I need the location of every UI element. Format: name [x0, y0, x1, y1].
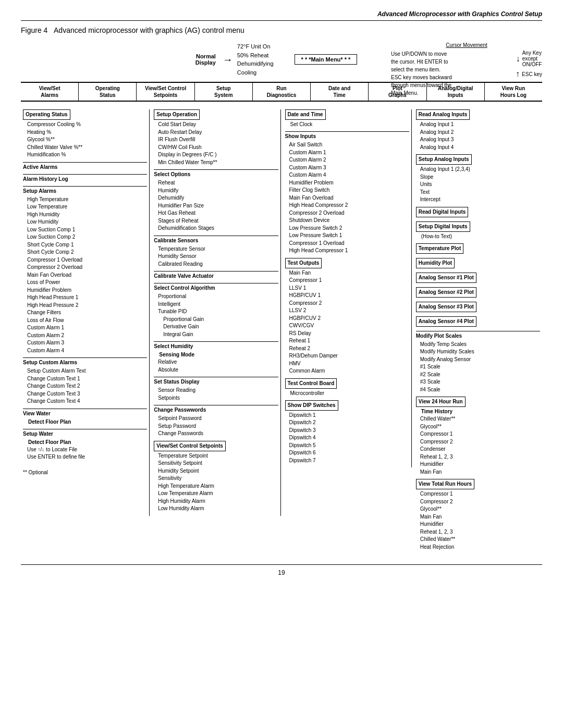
cursor-movement-box: Cursor Movement Use UP/DOWN to move the …	[391, 42, 542, 97]
change-passwords-items: Setpoint Password Setup Password Change …	[154, 415, 278, 438]
up-arrow-icon: ↓	[516, 54, 520, 64]
menu-item-status[interactable]: OperatingStatus	[79, 83, 137, 101]
analog2-plot-section: Analog Sensor #2 Plot	[416, 287, 540, 299]
analog4-plot-section: Analog Sensor #4 Plot	[416, 316, 540, 328]
sensing-mode-label: Sensing Mode	[154, 351, 278, 359]
figure-title: Figure 4 Advanced microprocessor with gr…	[21, 26, 542, 34]
display-label: Display	[195, 59, 216, 66]
setup-operation-header: Setup Operation	[154, 109, 200, 120]
date-time-header: Date and Time	[285, 109, 326, 120]
menu-item-datetime[interactable]: Date andTime	[311, 83, 369, 101]
select-humidity-header: Select Humidity	[154, 341, 278, 350]
operating-status-header: Operating Status	[23, 109, 70, 120]
test-outputs-items: Main Fan Compressor 1 LLSV 1 HGBP/CUV 1 …	[285, 269, 409, 375]
calibrate-valve-section: Calibrate Valve Actuator	[154, 271, 278, 280]
time-history-label: Time History	[416, 408, 540, 415]
setup-analog-header: Setup Analog Inputs	[416, 154, 472, 165]
set-status-header: Set Status Display	[154, 377, 278, 386]
col-setup: Setup Operation Cold Start Delay Auto Re…	[149, 109, 280, 516]
any-key-label: Any Key except ON/OFF	[522, 50, 542, 67]
select-control-header: Select Control Algorithm	[154, 283, 278, 292]
change-passwords-section: Change Passwwords Setpoint Password Setu…	[154, 405, 278, 438]
setup-water-header: Setup Water	[23, 429, 147, 438]
analog4-plot-header: Analog Sensor #4 Plot	[416, 316, 476, 327]
show-dip-switches-items: Dipswitch 1 Dipswitch 2 Dipswitch 3 Dips…	[285, 412, 409, 465]
show-dip-switches-header: Show DIP Switches	[285, 400, 338, 411]
setup-custom-alarms-items: Setup Custom Alarm Text Change Custom Te…	[23, 367, 147, 405]
view-total-run-header: View Total Run Hours	[416, 479, 474, 489]
select-control-section: Select Control Algorithm Proportional In…	[154, 283, 278, 338]
cursor-instructions: Use UP/DOWN to move the cursor. Hit ENTE…	[391, 50, 511, 97]
calibrate-sensors-section: Calibrate Sensors Temperature Sensor Hum…	[154, 236, 278, 268]
display-line-3: Dehumidifying	[237, 59, 274, 68]
setup-custom-alarms-header: Setup Custom Alarms	[23, 357, 147, 366]
test-control-board-section: Test Control Board Microcontroller	[285, 378, 409, 397]
menu-item-setpoints[interactable]: View/Set ControlSetpoints	[137, 83, 194, 101]
cursor-title: Cursor Movement	[391, 42, 542, 48]
display-line-1: 72°F Unit On	[237, 42, 274, 51]
read-analog-header: Read Analog Inputs	[416, 109, 470, 120]
menu-item-alarms[interactable]: View/SetAlarms	[21, 83, 79, 101]
humidity-plot-header: Humidity Plot	[416, 258, 455, 268]
select-options-header: Select Options	[154, 169, 278, 178]
set-status-items: Sensor Reading Setpoints	[154, 387, 278, 402]
col-diagnostics: Date and Time Set Clock Show Inputs Air …	[281, 109, 412, 467]
select-control-items: Proportional Intelligent Tunable PID Pro…	[154, 293, 278, 338]
show-inputs-section: Show Inputs Air Sail Switch Custom Alarm…	[285, 131, 409, 255]
view-set-setpoints-header: View/Set Control Setpoints	[154, 441, 226, 451]
test-outputs-header: Test Outputs	[285, 258, 322, 268]
humidity-plot-section: Humidity Plot	[416, 258, 540, 269]
view-24hr-items: Chilled Water** Glycool** Compressor 1 C…	[416, 415, 540, 476]
col-alarms: Operating Status Compressor Cooling % He…	[21, 109, 149, 476]
display-line-2: 50% Reheat	[237, 51, 274, 60]
select-options-section: Select Options Reheat Humidify Dehumidif…	[154, 169, 278, 232]
how-to-text-label: (How-to Text)	[416, 233, 540, 240]
setup-digital-header: Setup Digital Inputs	[416, 221, 470, 232]
select-humidity-section: Select Humidity Sensing Mode Relative Ab…	[154, 341, 278, 374]
menu-item-setup[interactable]: SetupSystem	[195, 83, 253, 101]
operating-status-section: Operating Status Compressor Cooling % He…	[23, 109, 147, 159]
modify-plot-scales-items: Modify Temp Scales Modify Humidity Scale…	[416, 341, 540, 394]
alarm-history-header: Alarm History Log	[23, 174, 147, 183]
setup-water-items: Use ↑/↓ to Locate File Use ENTER to defi…	[23, 446, 147, 461]
top-display-area: Normal Display → 72°F Unit On 50% Reheat…	[21, 42, 542, 77]
set-clock-label: Set Clock	[285, 121, 409, 128]
analog2-plot-header: Analog Sensor #2 Plot	[416, 287, 476, 298]
view-total-run-items: Compressor 1 Compressor 2 Glycool** Main…	[416, 490, 540, 551]
setup-alarms-header: Setup Alarms	[23, 186, 147, 195]
show-inputs-header: Show Inputs	[285, 131, 409, 140]
main-menu-box: * * *Main Menu* * *	[295, 54, 358, 65]
modify-plot-scales-section: Modify Plot Scales Modify Temp Scales Mo…	[416, 331, 540, 394]
setup-water-section: Setup Water Detect Floor Plan Use ↑/↓ to…	[23, 429, 147, 461]
modify-plot-scales-header: Modify Plot Scales	[416, 331, 540, 340]
normal-display-wrapper: Normal Display → 72°F Unit On 50% Reheat…	[195, 42, 274, 77]
view-total-run-section: View Total Run Hours Compressor 1 Compre…	[416, 479, 540, 551]
menu-item-diagnostics[interactable]: RunDiagnostics	[253, 83, 311, 101]
setup-operation-items: Cold Start Delay Auto Restart Delay IR F…	[154, 121, 278, 166]
setup-analog-items: Analog Input 1 (2,3,4) Slope Units Text …	[416, 166, 540, 204]
temperature-plot-section: Temperature Plot	[416, 243, 540, 255]
read-digital-section: Read Digital Inputs	[416, 207, 540, 218]
view-set-setpoints-items: Temperature Setpoint Sensitivity Setpoin…	[154, 452, 278, 513]
show-inputs-items: Air Sail Switch Custom Alarm 1 Custom Al…	[285, 141, 409, 255]
analog1-plot-header: Analog Sensor #1 Plot	[416, 273, 476, 283]
arrow-right-icon: →	[223, 54, 233, 66]
read-analog-items: Analog Input 1 Analog Input 2 Analog Inp…	[416, 121, 540, 151]
optional-note: ** Optional	[23, 469, 147, 476]
header-title: Advanced Microprocessor with Graphics Co…	[377, 10, 542, 18]
read-digital-header: Read Digital Inputs	[416, 207, 469, 217]
select-options-items: Reheat Humidify Dehumidify Humidifier Pa…	[154, 179, 278, 232]
analog3-plot-section: Analog Sensor #3 Plot	[416, 302, 540, 313]
setup-alarms-items: High Temperature Low Temperature High Hu…	[23, 196, 147, 355]
col-analog: Read Analog Inputs Analog Input 1 Analog…	[412, 109, 542, 554]
select-humidity-items: Relative Absolute	[154, 359, 278, 374]
setup-digital-section: Setup Digital Inputs (How-to Text)	[416, 221, 540, 240]
calibrate-valve-header: Calibrate Valve Actuator	[154, 271, 278, 280]
view-water-header: View Water	[23, 409, 147, 417]
active-alarms-header: Active Alarms	[23, 162, 147, 171]
detect-floor-plan-1: Detect Floor Plan	[23, 418, 147, 426]
read-analog-section: Read Analog Inputs Analog Input 1 Analog…	[416, 109, 540, 151]
microcontroller-label: Microcontroller	[285, 390, 409, 397]
page-header: Advanced Microprocessor with Graphics Co…	[21, 10, 542, 21]
operating-status-items: Compressor Cooling % Heating % Glycool %…	[23, 121, 147, 159]
